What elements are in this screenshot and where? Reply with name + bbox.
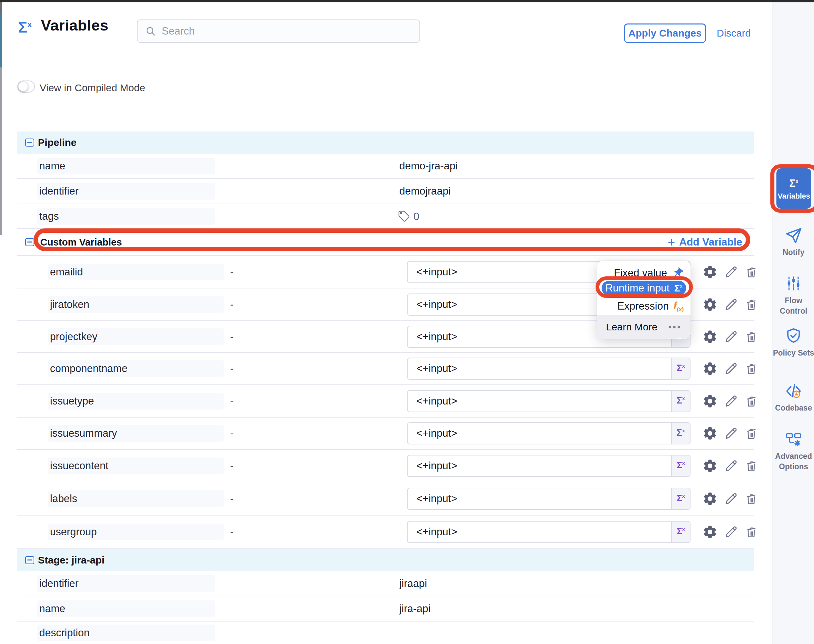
runtime-input-type-icon[interactable]: Σx	[671, 358, 690, 379]
variable-value: jiraapi	[399, 578, 427, 590]
toggle-knob	[18, 81, 28, 92]
variable-name: projectkey	[48, 328, 224, 345]
paper-plane-icon	[785, 226, 803, 245]
value-type-menu: Fixed value Runtime input Σx Expression …	[597, 261, 691, 339]
delete-icon[interactable]	[744, 361, 759, 376]
delete-icon[interactable]	[744, 265, 759, 279]
menu-item-fixed-value[interactable]: Fixed value	[597, 265, 684, 281]
edit-icon[interactable]	[723, 491, 739, 507]
edit-icon[interactable]	[723, 524, 739, 540]
runtime-input-type-icon[interactable]: Σx	[671, 391, 690, 412]
runtime-input-type-icon[interactable]: Σx	[671, 488, 690, 509]
menu-item-runtime-input[interactable]: Runtime input Σx	[602, 281, 686, 296]
compiled-mode-label: View in Compiled Mode	[40, 82, 145, 94]
settings-icon[interactable]	[702, 264, 718, 280]
delete-icon[interactable]	[744, 426, 759, 441]
variable-name: description	[37, 624, 215, 641]
table-row: name demo-jra-api	[17, 153, 754, 179]
settings-icon[interactable]	[702, 393, 718, 409]
edit-icon[interactable]	[723, 296, 739, 313]
edit-icon[interactable]	[723, 264, 739, 280]
edit-icon[interactable]	[723, 425, 739, 442]
settings-icon[interactable]	[702, 458, 718, 474]
delete-icon[interactable]	[744, 297, 759, 312]
search-input[interactable]	[162, 25, 396, 37]
variable-name: jiratoken	[48, 296, 224, 313]
variable-value: jira-api	[399, 603, 430, 615]
table-row: usergroup - <+input>Σx	[17, 515, 754, 549]
settings-icon[interactable]	[702, 426, 718, 441]
value-input[interactable]: <+input>Σx	[407, 357, 691, 380]
settings-icon[interactable]	[702, 297, 718, 312]
sidebar-item-flow-control[interactable]: Flow Control	[773, 275, 814, 316]
menu-item-expression[interactable]: Expression f(x)	[597, 298, 684, 314]
value-input[interactable]: <+input>Σx	[407, 488, 691, 510]
table-row: labels - <+input>Σx	[17, 482, 754, 515]
tag-icon	[398, 210, 410, 222]
collapse-minus-icon[interactable]	[25, 238, 34, 246]
section-title: Custom Variables	[40, 236, 122, 248]
fx-icon: f(x)	[673, 300, 684, 313]
delete-icon[interactable]	[744, 524, 759, 539]
variable-name: identifier	[37, 183, 215, 199]
delete-icon[interactable]	[744, 394, 759, 409]
description-value: -	[230, 331, 233, 343]
add-variable-button[interactable]: + Add Variable	[668, 236, 742, 248]
settings-icon[interactable]	[702, 361, 718, 376]
plus-icon: +	[668, 237, 675, 247]
runtime-input-type-icon[interactable]: Σx	[671, 455, 690, 476]
collapse-minus-icon[interactable]	[25, 556, 34, 564]
sidebar-item-variables[interactable]: Σx Variables	[776, 169, 811, 209]
delete-icon[interactable]	[744, 330, 759, 344]
table-row: issuesummary - <+input>Σx	[17, 418, 754, 450]
runtime-input-type-icon[interactable]: Σx	[671, 521, 690, 542]
value-input[interactable]: <+input>Σx	[407, 422, 691, 445]
sliders-icon	[785, 275, 803, 293]
delete-icon[interactable]	[744, 458, 759, 473]
sidebar-item-advanced-options[interactable]: Advanced Options	[773, 430, 814, 472]
variable-name: emailid	[48, 264, 224, 281]
sidebar-item-notify[interactable]: Notify	[773, 226, 814, 258]
delete-icon[interactable]	[744, 491, 759, 506]
variable-value: demo-jra-api	[399, 160, 458, 172]
sidebar-item-policy-sets[interactable]: Policy Sets	[773, 327, 814, 358]
variables-sigma-icon: Σx	[18, 18, 32, 36]
table-row: description	[17, 621, 754, 644]
edit-icon[interactable]	[723, 329, 739, 345]
compiled-mode-toggle[interactable]	[17, 81, 35, 93]
variable-name: labels	[48, 491, 224, 507]
collapse-minus-icon[interactable]	[25, 138, 34, 147]
settings-icon[interactable]	[702, 329, 718, 345]
edit-icon[interactable]	[723, 458, 739, 474]
settings-icon[interactable]	[702, 491, 718, 506]
value-input[interactable]: <+input>Σx	[407, 521, 691, 543]
discard-button[interactable]: Discard	[717, 28, 751, 39]
sidebar-item-codebase[interactable]: Codebase	[773, 382, 814, 413]
page-title: Variables	[41, 17, 108, 34]
apply-changes-button[interactable]: Apply Changes	[624, 23, 706, 43]
header-divider	[0, 55, 772, 55]
page-edge-strip	[0, 67, 2, 235]
variable-name: identifier	[37, 575, 215, 592]
value-input[interactable]: <+input>Σx	[407, 455, 691, 477]
variable-name: name	[37, 158, 215, 175]
tags-value: 0	[398, 210, 419, 222]
sigma-icon: Σx	[674, 282, 682, 294]
runtime-input-type-icon[interactable]: Σx	[671, 423, 690, 444]
value-input[interactable]: <+input>Σx	[407, 390, 691, 412]
search-icon	[145, 26, 157, 37]
section-row-pipeline: Pipeline	[17, 132, 754, 153]
search-box[interactable]	[137, 20, 420, 43]
description-value: -	[230, 266, 233, 278]
variable-name: issuecontent	[48, 457, 224, 474]
edit-icon[interactable]	[723, 393, 739, 409]
description-value: -	[230, 526, 233, 538]
ellipsis-icon: •••	[668, 322, 682, 333]
settings-icon[interactable]	[702, 524, 718, 540]
page-edge-strip	[0, 13, 2, 67]
table-row: issuetype - <+input>Σx	[17, 385, 754, 418]
variable-name: issuesummary	[48, 425, 224, 442]
shield-check-icon	[785, 327, 803, 345]
edit-icon[interactable]	[723, 360, 739, 377]
menu-item-learn-more[interactable]: Learn More •••	[597, 315, 691, 339]
